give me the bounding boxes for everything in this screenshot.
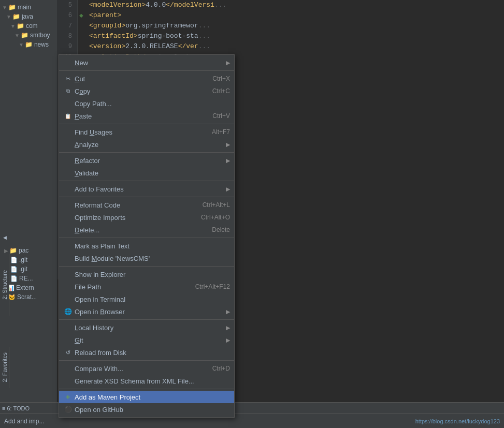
line-content-5: <modelVersion>4.0.0</modelVersi...	[85, 0, 226, 10]
menu-arrow-refactor: ▶	[226, 157, 230, 164]
tree-label-com: com	[26, 22, 38, 29]
menu-item-analyze[interactable]: Analyze ▶	[59, 138, 234, 151]
code-line-6: 6 ◆ <parent>	[57, 10, 504, 21]
menu-item-cut[interactable]: ✂ Cut Ctrl+X	[59, 72, 234, 85]
menu-icon-cut: ✂	[63, 76, 73, 82]
sidebar-favorites-label: 2: Favorites	[2, 352, 8, 382]
folder-icon-smtboy: 📁	[21, 32, 28, 39]
menu-item-build-module[interactable]: Build Module 'NewsCMS'	[59, 252, 234, 264]
menu-label-new: New	[75, 59, 224, 67]
context-menu: New ▶ ✂ Cut Ctrl+X ⧉ Copy Ctrl+C Copy Pa…	[59, 54, 235, 418]
menu-item-copy[interactable]: ⧉ Copy Ctrl+C	[59, 85, 234, 97]
menu-item-delete[interactable]: Delete... Delete	[59, 224, 234, 236]
menu-shortcut-copy: Ctrl+C	[212, 87, 230, 95]
menu-label-add-maven: Add as Maven Project	[75, 393, 230, 401]
menu-shortcut-compare-with: Ctrl+D	[212, 365, 230, 372]
tree-label-smtboy: smtboy	[30, 32, 50, 39]
sidebar-structure[interactable]: 2: Structure	[0, 254, 9, 316]
line-content-9: <version>2.3.0.RELEASE</ver...	[85, 41, 210, 52]
line-num-5: 5	[57, 0, 78, 10]
menu-item-new[interactable]: New ▶	[59, 56, 234, 69]
menu-shortcut-paste: Ctrl+V	[212, 112, 230, 120]
code-line-5: 5 <modelVersion>4.0.0</modelVersi...	[57, 0, 504, 10]
tree-item-main[interactable]: ▼ 📁 main	[0, 3, 57, 12]
menu-item-refactor[interactable]: Refactor ▶	[59, 154, 234, 167]
sidebar-structure-label: 2: Structure	[2, 270, 8, 300]
menu-arrow-new: ▶	[226, 60, 230, 66]
tree-item-smtboy[interactable]: ▼ 📁 smtboy	[0, 31, 57, 40]
tree-arrow-smtboy: ▼	[15, 33, 20, 38]
menu-label-show-explorer: Show in Explorer	[75, 271, 230, 278]
line-num-8: 8	[57, 31, 78, 41]
menu-icon-open-browser: 🌐	[63, 308, 73, 315]
menu-shortcut-find-usages: Alt+F7	[212, 128, 230, 136]
folder-icon-main: 📁	[8, 4, 16, 11]
menu-item-add-maven[interactable]: + Add as Maven Project	[59, 391, 234, 403]
tree-label-main: main	[18, 4, 31, 11]
menu-label-delete: Delete...	[75, 226, 208, 234]
todo-bar: ≡ 6: TODO	[0, 402, 57, 414]
tree-arrow-com: ▼	[10, 23, 16, 29]
menu-item-paste[interactable]: 📋 Paste Ctrl+V	[59, 110, 234, 122]
menu-item-show-explorer[interactable]: Show in Explorer	[59, 268, 234, 281]
menu-icon-add-maven: +	[63, 393, 73, 401]
folder-icon-java: 📁	[12, 13, 20, 20]
divider-5	[59, 197, 234, 197]
todo-label[interactable]: ≡ 6: TODO	[2, 405, 30, 411]
url-label: https://blog.csdn.net/luckydog123	[415, 418, 500, 424]
menu-item-open-browser[interactable]: 🌐 Open in Browser ▶	[59, 305, 234, 318]
menu-item-add-favorites[interactable]: Add to Favorites ▶	[59, 183, 234, 195]
tree-label-readme: RE...	[19, 275, 33, 282]
menu-item-gen-xsd[interactable]: Generate XSD Schema from XML File...	[59, 375, 234, 387]
menu-arrow-git: ▶	[226, 337, 230, 344]
menu-item-validate[interactable]: Validate	[59, 167, 234, 179]
menu-label-gen-xsd: Generate XSD Schema from XML File...	[75, 377, 230, 385]
menu-item-reformat[interactable]: Reformat Code Ctrl+Alt+L	[59, 199, 234, 211]
menu-item-open-terminal[interactable]: Open in Terminal	[59, 293, 234, 305]
menu-label-compare-with: Compare With...	[75, 365, 208, 373]
menu-item-compare-with[interactable]: Compare With... Ctrl+D	[59, 362, 234, 375]
gutter-6: ◆	[78, 10, 85, 21]
menu-item-git[interactable]: Git ▶	[59, 334, 234, 346]
menu-item-find-usages[interactable]: Find Usages Alt+F7	[59, 126, 234, 138]
menu-icon-copy: ⧉	[63, 88, 73, 94]
menu-label-validate: Validate	[75, 169, 230, 177]
tree-label-extern: Extern	[16, 284, 34, 291]
menu-label-mark-plain: Mark as Plain Text	[75, 242, 230, 250]
menu-label-open-terminal: Open in Terminal	[75, 296, 230, 303]
folder-icon-com: 📁	[17, 22, 24, 29]
menu-item-local-history[interactable]: Local History ▶	[59, 321, 234, 334]
menu-item-reload[interactable]: ↺ Reload from Disk	[59, 346, 234, 359]
divider-9	[59, 360, 234, 361]
status-left: Add and imp...	[4, 418, 44, 425]
menu-icon-reload: ↺	[63, 349, 73, 356]
line-num-9: 9	[57, 41, 78, 52]
divider-1	[59, 70, 234, 71]
menu-item-mark-plain[interactable]: Mark as Plain Text	[59, 240, 234, 252]
tree-item-news[interactable]: ▼ 📁 news	[0, 40, 57, 49]
tree-arrow-java: ▼	[6, 14, 11, 20]
sidebar-favorites[interactable]: 2: Favorites	[0, 347, 9, 388]
menu-icon-open-github: ⚫	[63, 406, 73, 413]
divider-8	[59, 319, 234, 320]
folder-icon-news: 📁	[25, 41, 33, 48]
divider-10	[59, 389, 234, 389]
menu-label-reformat: Reformat Code	[75, 201, 198, 209]
tree-label-news: news	[34, 41, 49, 48]
menu-item-optimize[interactable]: Optimize Imports Ctrl+Alt+O	[59, 211, 234, 224]
code-line-9: 9 <version>2.3.0.RELEASE</ver...	[57, 41, 504, 52]
menu-item-copy-path[interactable]: Copy Path...	[59, 97, 234, 110]
menu-label-local-history: Local History	[75, 324, 224, 332]
menu-shortcut-reformat: Ctrl+Alt+L	[203, 201, 230, 209]
collapse-button[interactable]: ◀	[0, 233, 9, 242]
tree-label-git1: .git	[19, 256, 27, 263]
menu-label-copy: Copy	[75, 87, 208, 95]
menu-item-open-github[interactable]: ⚫ Open on GitHub	[59, 403, 234, 416]
collapse-icon: ◀	[3, 235, 7, 240]
menu-label-cut: Cut	[75, 75, 208, 83]
tree-item-com[interactable]: ▼ 📁 com	[0, 21, 57, 31]
tree-item-java[interactable]: ▼ 📁 java	[0, 12, 57, 21]
menu-item-file-path[interactable]: File Path Ctrl+Alt+F12	[59, 281, 234, 293]
line-num-6: 6	[57, 10, 78, 21]
menu-label-build-module: Build Module 'NewsCMS'	[75, 255, 230, 262]
